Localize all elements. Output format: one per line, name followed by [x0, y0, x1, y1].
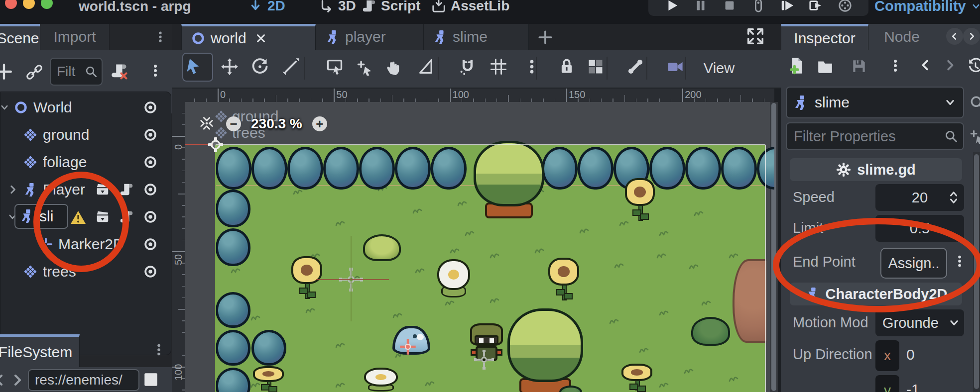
visibility-toggle[interactable] — [143, 237, 158, 254]
assign-button[interactable]: Assign.. — [880, 248, 947, 279]
scene-tab-world[interactable]: world — [181, 24, 316, 50]
load-resource-button[interactable] — [817, 58, 834, 77]
dock-prev-button[interactable] — [946, 28, 963, 45]
tool-bone-button[interactable] — [626, 58, 646, 78]
dock-tabs-menu-button[interactable] — [153, 30, 167, 46]
tree-row-sli[interactable]: sli — [0, 205, 171, 229]
distraction-free-button[interactable] — [746, 27, 765, 48]
visibility-toggle[interactable] — [143, 182, 158, 199]
movie-maker-button[interactable] — [838, 0, 853, 13]
dock-tab-inspector[interactable]: Inspector — [781, 24, 868, 50]
section-header-slime-gd[interactable]: slime.gd — [790, 158, 962, 181]
inspector-forward-button[interactable] — [942, 58, 957, 75]
stepper-icon[interactable] — [946, 190, 961, 208]
edited-object-selector[interactable]: slime — [786, 87, 964, 118]
tool-rotate-button[interactable] — [251, 58, 271, 78]
visibility-toggle[interactable] — [143, 155, 158, 172]
scene-tab-slime[interactable]: slime — [423, 24, 529, 50]
renderer-selector[interactable]: Compatibility — [874, 0, 980, 14]
visibility-toggle[interactable] — [143, 209, 158, 226]
tool-move-button[interactable] — [221, 58, 241, 78]
tree-row-ground[interactable]: ground — [0, 123, 171, 147]
tool-movie-cam-button[interactable] — [666, 58, 686, 78]
stop-button[interactable] — [722, 0, 737, 13]
section-header-characterbody2d[interactable]: CharacterBody2D — [790, 283, 962, 305]
center-view-icon[interactable] — [199, 116, 214, 133]
clapper-badge-button[interactable] — [95, 209, 110, 226]
tree-row-marker2d[interactable]: Marker2D — [0, 233, 171, 257]
fs-back-button[interactable] — [0, 372, 8, 390]
mode-button-2d[interactable]: 2D — [248, 0, 285, 14]
zoom-level[interactable]: 230.3 % — [251, 116, 302, 132]
add-node-button[interactable] — [0, 62, 14, 84]
scene-tab-player[interactable]: player — [316, 24, 423, 50]
axis-value-x[interactable]: 0 — [906, 346, 915, 363]
dock-tab-filesystem[interactable]: FileSystem — [0, 334, 80, 367]
axis-value-y[interactable]: -1 — [906, 381, 920, 392]
remote-button[interactable] — [751, 0, 766, 13]
visibility-toggle[interactable] — [143, 264, 158, 281]
tool-magnet-button[interactable] — [459, 58, 479, 78]
dock-next-button[interactable] — [963, 28, 980, 45]
scene-tree-menu-button[interactable] — [147, 63, 163, 81]
new-scene-tab-button[interactable] — [537, 29, 554, 48]
tool-select-button[interactable] — [185, 58, 205, 78]
tool-ruler-tool-button[interactable] — [417, 58, 437, 78]
window-minimize-button[interactable] — [23, 0, 35, 9]
dock-tab-import[interactable]: Import — [40, 24, 110, 50]
canvas-scrollbar[interactable] — [770, 102, 778, 392]
filter-properties-input[interactable]: Filter Properties — [786, 122, 964, 150]
property-value-limit[interactable]: 0.5 — [875, 215, 964, 242]
pause-button[interactable] — [693, 0, 708, 13]
visibility-toggle[interactable] — [143, 100, 158, 117]
tree-row-player[interactable]: Player — [0, 178, 171, 202]
script-badge-button[interactable] — [119, 182, 134, 199]
fs-path-input[interactable]: res://enemies/ — [28, 369, 139, 391]
tree-row-foliage[interactable]: foliage — [0, 151, 171, 175]
play-scene-button[interactable] — [780, 0, 795, 13]
viewport-canvas[interactable]: ground trees − 230.3 % + — [185, 102, 774, 392]
mode-button-script[interactable]: Script — [362, 0, 420, 14]
mode-button-assetlib[interactable]: AssetLib — [431, 0, 509, 14]
scene-filter-input[interactable]: Filt — [50, 58, 103, 86]
tool-scale-button[interactable] — [282, 58, 302, 78]
tree-row-trees[interactable]: trees — [0, 260, 171, 284]
property-dropdown-motion-mod[interactable]: Grounde — [875, 309, 964, 336]
tool-dots-v-button[interactable] — [523, 58, 543, 78]
warning-button[interactable] — [70, 209, 86, 227]
detach-script-button[interactable] — [111, 63, 128, 83]
tool-grid-button[interactable] — [490, 58, 509, 78]
play-button[interactable] — [664, 0, 679, 13]
tool-group-button[interactable] — [587, 58, 607, 78]
clapper-badge-button[interactable] — [95, 182, 110, 199]
visibility-toggle[interactable] — [143, 127, 158, 144]
filesystem-menu-button[interactable] — [151, 342, 166, 359]
window-close-button[interactable] — [5, 0, 17, 9]
tool-lock-button[interactable] — [558, 58, 578, 78]
dock-tab-scene[interactable]: Scene — [0, 24, 43, 50]
collapse-arrow[interactable] — [0, 101, 10, 115]
rename-input[interactable]: sli — [14, 204, 68, 229]
tool-pixel-snap-button[interactable] — [356, 58, 376, 78]
resource-menu-button[interactable] — [887, 58, 903, 76]
tool-pan-button[interactable] — [384, 58, 404, 78]
dock-tab-node[interactable]: Node — [868, 24, 935, 50]
window-zoom-button[interactable] — [41, 0, 53, 9]
tool-list-select-button[interactable] — [326, 58, 346, 78]
inspector-scrollbar[interactable] — [973, 152, 980, 392]
zoom-in-button[interactable]: + — [312, 116, 327, 131]
save-resource-button[interactable] — [851, 58, 867, 77]
fs-forward-button[interactable] — [9, 372, 25, 390]
view-menu-button[interactable]: View — [695, 57, 743, 80]
script-badge-button[interactable] — [119, 209, 134, 226]
fs-file-thumbnail[interactable] — [142, 371, 159, 390]
property-value-speed[interactable]: 20 — [875, 184, 964, 211]
new-resource-button[interactable] — [788, 57, 806, 77]
tree-row-world[interactable]: World — [0, 96, 171, 120]
history-button[interactable] — [967, 58, 980, 77]
collapse-arrow[interactable] — [6, 184, 18, 197]
close-tab-button[interactable] — [254, 32, 267, 45]
zoom-out-button[interactable]: − — [226, 116, 241, 131]
inspector-back-button[interactable] — [918, 58, 933, 75]
mode-button-3d[interactable]: 3D — [319, 0, 356, 14]
